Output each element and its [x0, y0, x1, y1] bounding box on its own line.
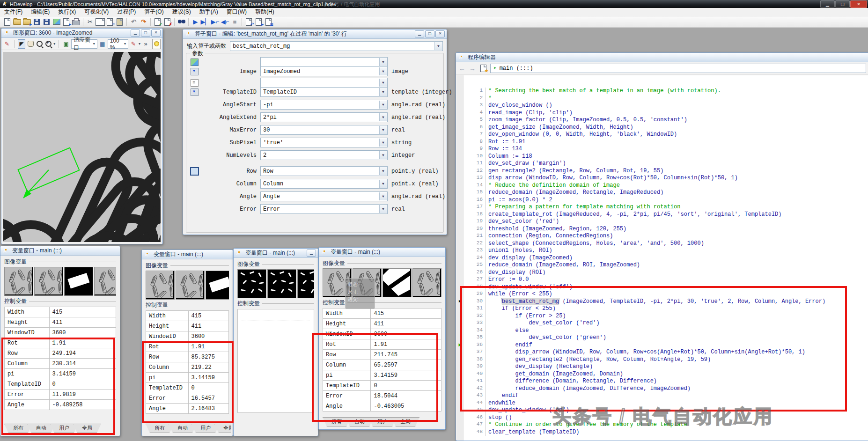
- code-line[interactable]: 47 * Continue in order to give free the …: [457, 421, 868, 429]
- chevron-down-icon[interactable]: ▼: [379, 151, 387, 159]
- graphics-canvas[interactable]: [3, 52, 161, 242]
- menu-item[interactable]: 可视化(V): [80, 7, 113, 16]
- code-line[interactable]: 42 reduce_domain (ImageZoomed, Differenc…: [457, 385, 868, 393]
- image-thumbnail[interactable]: [4, 267, 33, 296]
- navigate-forward-icon[interactable]: →: [468, 65, 477, 72]
- code-line[interactable]: 33 dev_set_color ('red'): [457, 320, 868, 327]
- insert-mode-icon[interactable]: ≣: [264, 17, 273, 27]
- chevron-down-icon[interactable]: ▼: [379, 88, 387, 96]
- code-line[interactable]: 22 select_shape (ConnectedRegions, Holes…: [457, 240, 868, 248]
- parameter-value-combo[interactable]: ▼: [260, 57, 388, 67]
- chevron-down-icon[interactable]: ▼: [379, 67, 387, 75]
- variable-window-titlebar[interactable]: 变量窗口 - main (:::): [0, 246, 120, 256]
- export-icon[interactable]: ▸: [61, 17, 71, 27]
- variable-row[interactable]: Angle 2.16483: [146, 404, 229, 414]
- parameter-value-combo[interactable]: ▼: [260, 78, 388, 88]
- zoom-level-combo[interactable]: 100 % ▾: [108, 39, 128, 49]
- code-line[interactable]: 19 dev_set_color ('red'): [457, 218, 868, 226]
- variable-row[interactable]: TemplateID 0: [146, 383, 229, 393]
- code-line[interactable]: 35 dev_set_color ('green'): [457, 334, 868, 342]
- parameter-value-combo[interactable]: TemplateID▼: [260, 87, 388, 97]
- pen-tool-icon[interactable]: ✎: [3, 39, 11, 49]
- operator-name-combo[interactable]: best_match_rot_mg ▼: [230, 41, 443, 51]
- menu-item[interactable]: 窗口(W): [222, 7, 251, 16]
- code-line[interactable]: 13 disp_arrow (WindowID, Row, Column, Ro…: [457, 175, 868, 182]
- save-as-icon[interactable]: [42, 17, 51, 27]
- variable-row[interactable]: Rot 1.91: [323, 339, 441, 350]
- image-thumbnail[interactable]: [353, 268, 382, 297]
- region-thumbnail[interactable]: [297, 269, 314, 298]
- code-line[interactable]: 20 threshold (ImageZoomed, Region, 120, …: [457, 226, 868, 233]
- new-program-icon[interactable]: [2, 17, 12, 27]
- parameter-value-combo[interactable]: Error▼: [260, 204, 388, 214]
- step-over-icon[interactable]: ▶▏: [200, 17, 210, 27]
- step-into-icon[interactable]: ▶⌐: [210, 17, 220, 27]
- operator-window-titlebar[interactable]: 算子窗口 - 编辑: 'best_match_rot_mg' 在过程 'main…: [183, 29, 447, 39]
- minimize-button[interactable]: ▁: [415, 30, 424, 37]
- variable-row[interactable]: pi 3.14159: [146, 373, 229, 383]
- code-line[interactable]: 10 Column := 118: [457, 153, 868, 161]
- image-thumbnail[interactable]: [64, 267, 93, 296]
- variable-window-titlebar[interactable]: 变量窗口 - main (:::): [319, 248, 445, 257]
- var-tab[interactable]: 全局: [391, 417, 419, 426]
- paste-before-icon[interactable]: ≡: [105, 17, 115, 27]
- code-line[interactable]: 7 dev_open_window (0, 0, Width, Height, …: [457, 131, 868, 139]
- variable-row[interactable]: Angle -0.463005: [323, 401, 441, 412]
- code-line[interactable]: 37 disp_arrow (WindowID, Row, Column, Ro…: [457, 349, 868, 356]
- variable-window-titlebar[interactable]: 变量窗口 - main (:::): [142, 250, 233, 259]
- minimize-button[interactable]: ▁: [131, 29, 140, 37]
- menu-item[interactable]: 过程(P): [113, 7, 140, 16]
- step-out-icon[interactable]: ◀⌐: [220, 17, 230, 27]
- code-line[interactable]: 31 if (Error < 255): [457, 305, 868, 313]
- redo-icon[interactable]: ↷: [139, 17, 148, 27]
- code-line[interactable]: 23 union1 (Holes, ROI): [457, 247, 868, 255]
- image-thumbnail[interactable]: [383, 268, 412, 297]
- code-area[interactable]: 1 * Searching the best match of a templa…: [457, 75, 868, 441]
- code-line[interactable]: 8 Rot := 1.91: [457, 139, 868, 146]
- chevron-down-icon[interactable]: ▼: [434, 42, 442, 50]
- code-line[interactable]: 16 pi := acos(0.0) * 2: [457, 197, 868, 204]
- variable-row[interactable]: Height 411: [5, 317, 116, 328]
- code-line[interactable]: 40 get_domain (ImageZoomed, Domain): [457, 371, 868, 378]
- menu-item[interactable]: 执行(x): [54, 7, 80, 16]
- code-line[interactable]: 5 zoom_image_factor (Clip, ImageZoomed, …: [457, 117, 868, 124]
- chevron-down-icon[interactable]: ▼: [379, 205, 387, 213]
- variable-row[interactable]: Column 219.22: [146, 362, 229, 373]
- maximize-button[interactable]: ▢: [835, 0, 850, 8]
- variable-row[interactable]: Angle -0.489258: [5, 400, 116, 410]
- code-line[interactable]: 32 if (Error > 25): [457, 313, 868, 320]
- region-thumbnail[interactable]: [237, 269, 266, 298]
- chevron-down-icon[interactable]: ▾: [53, 42, 55, 46]
- code-line[interactable]: 6 get_image_size (ImageZoomed, Width, He…: [457, 124, 868, 132]
- run-icon[interactable]: ▶: [191, 17, 200, 27]
- variable-window-titlebar[interactable]: 变量窗口 - main (:::) ▁: [234, 249, 318, 258]
- light-toggle-icon[interactable]: [152, 39, 161, 49]
- image-thumbnail[interactable]: [206, 271, 229, 300]
- procedure-combo[interactable]: ➤ main (:::): [490, 64, 866, 73]
- image-thumbnail[interactable]: [412, 268, 441, 297]
- variable-row[interactable]: Row 249.194: [5, 348, 116, 359]
- reset-program-icon[interactable]: ↶: [244, 17, 254, 27]
- open-example-icon[interactable]: ▸: [22, 17, 32, 27]
- open-image-icon[interactable]: [51, 17, 61, 27]
- parameter-value-combo[interactable]: 30▼: [260, 125, 388, 135]
- draw-tool-icon[interactable]: ✎: [130, 39, 137, 49]
- code-line[interactable]: 45 dev_update_window ('on'): [457, 407, 868, 414]
- variable-row[interactable]: pi 3.14159: [5, 369, 116, 379]
- more-tools-chevron[interactable]: »: [142, 39, 149, 49]
- variable-row[interactable]: Error 18.5044: [323, 391, 441, 401]
- code-line[interactable]: 25 reduce_domain (ImageZoomed, ROI, Imag…: [457, 262, 868, 269]
- code-line[interactable]: 24 dev_display (ImageZoomed): [457, 255, 868, 262]
- code-line[interactable]: 28 dev_update_window ('off'): [457, 284, 868, 291]
- zoom-icon[interactable]: [36, 39, 43, 49]
- variable-row[interactable]: Rot 1.91: [5, 338, 116, 348]
- parameter-value-combo[interactable]: 'true'▼: [260, 138, 388, 147]
- image-thumbnail[interactable]: [146, 271, 175, 300]
- parameter-value-combo[interactable]: -pi▼: [260, 100, 388, 110]
- chevron-down-icon[interactable]: ▼: [379, 126, 387, 134]
- var-tab[interactable]: 全局: [214, 424, 231, 433]
- open-program-icon[interactable]: [12, 17, 22, 27]
- code-line[interactable]: 26 dev_display (ROI): [457, 269, 868, 277]
- code-line[interactable]: 41 difference (Domain, Rectangle, Differ…: [457, 378, 868, 385]
- code-line[interactable]: 30 best_match_rot_mg (ImageZoomed, Templ…: [457, 298, 868, 306]
